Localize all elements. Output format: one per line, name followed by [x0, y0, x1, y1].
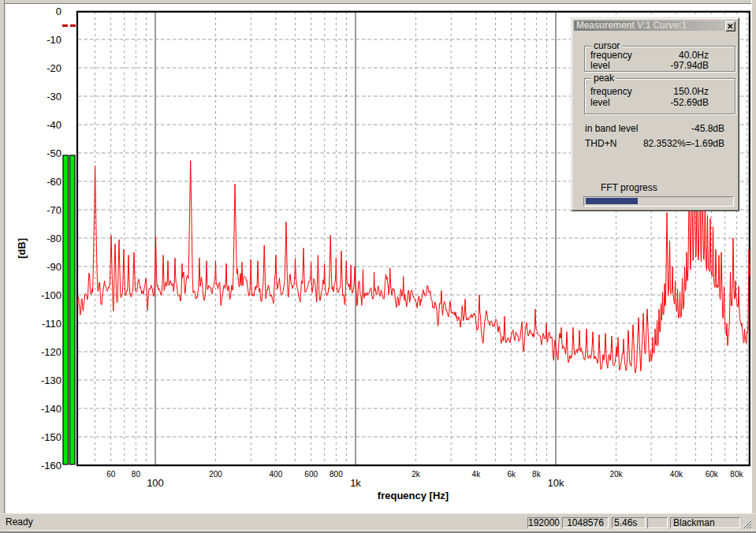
svg-text:800: 800 [330, 470, 343, 479]
svg-text:-90: -90 [47, 261, 61, 273]
svg-text:6k: 6k [507, 470, 516, 479]
svg-text:-30: -30 [47, 91, 61, 102]
svg-text:-110: -110 [42, 318, 61, 330]
svg-text:-160: -160 [41, 460, 61, 472]
svg-text:frequency [Hz]: frequency [Hz] [378, 490, 449, 501]
svg-text:80: 80 [132, 470, 141, 479]
svg-text:-20: -20 [47, 62, 61, 74]
svg-text:40k: 40k [670, 470, 683, 479]
svg-text:-150: -150 [41, 431, 61, 443]
svg-text:80k: 80k [730, 470, 743, 479]
svg-text:0: 0 [56, 6, 61, 17]
svg-text:60k: 60k [706, 470, 719, 479]
svg-text:10k: 10k [548, 477, 564, 489]
svg-text:8k: 8k [532, 470, 542, 479]
svg-text:400: 400 [270, 470, 283, 479]
svg-text:60: 60 [106, 470, 116, 479]
svg-text:-80: -80 [47, 233, 61, 244]
svg-text:4k: 4k [472, 470, 482, 479]
svg-text:100: 100 [147, 477, 164, 489]
svg-text:2k: 2k [412, 470, 421, 479]
svg-text:-10: -10 [47, 34, 61, 46]
svg-text:20k: 20k [609, 470, 623, 479]
svg-text:1k: 1k [350, 477, 361, 489]
svg-text:-120: -120 [41, 346, 61, 358]
svg-text:[dB]: [dB] [16, 238, 28, 259]
svg-text:-130: -130 [41, 375, 61, 386]
svg-text:-40: -40 [47, 119, 61, 131]
svg-text:-60: -60 [47, 176, 61, 188]
svg-text:-70: -70 [47, 204, 61, 216]
svg-text:-50: -50 [47, 147, 61, 159]
svg-text:600: 600 [304, 470, 318, 479]
svg-text:-100: -100 [41, 289, 61, 301]
svg-text:200: 200 [209, 470, 222, 479]
svg-text:-140: -140 [41, 403, 61, 415]
